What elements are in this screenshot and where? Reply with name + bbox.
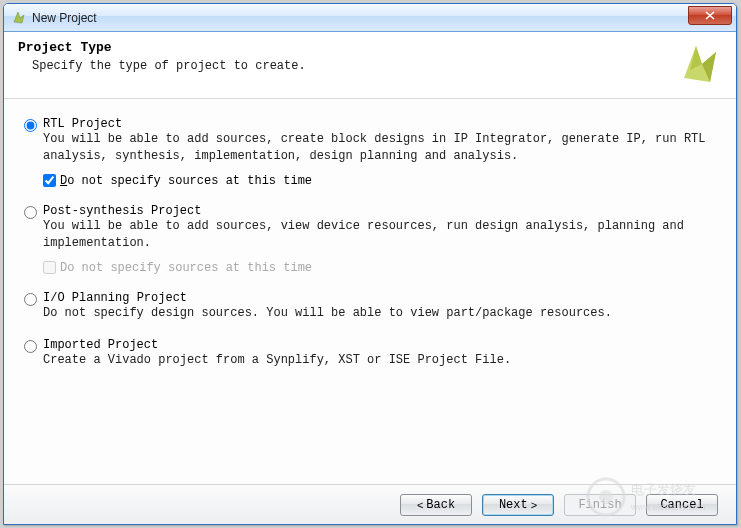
option-desc: Create a Vivado project from a Synplify,…: [43, 352, 720, 369]
checkbox-post-no-sources: [43, 261, 56, 274]
option-desc: You will be able to add sources, create …: [43, 131, 720, 166]
cancel-button[interactable]: Cancel: [646, 494, 718, 516]
option-imported-project[interactable]: Imported Project Create a Vivado project…: [24, 338, 720, 369]
chevron-left-icon: <: [417, 499, 423, 511]
option-desc: Do not specify design sources. You will …: [43, 305, 720, 322]
wizard-body: RTL Project You will be able to add sour…: [4, 99, 736, 484]
option-label: Post-synthesis Project: [43, 204, 720, 218]
option-post-synthesis-project[interactable]: Post-synthesis Project You will be able …: [24, 204, 720, 275]
checkbox-rtl-no-sources[interactable]: [43, 174, 56, 187]
close-button[interactable]: [688, 6, 732, 25]
radio-io-planning[interactable]: [24, 293, 37, 306]
app-icon: [10, 10, 26, 26]
vivado-logo-icon: [674, 40, 722, 88]
option-label: Imported Project: [43, 338, 720, 352]
option-label: I/O Planning Project: [43, 291, 720, 305]
post-no-sources-checkbox: Do not specify sources at this time: [43, 261, 720, 275]
titlebar[interactable]: New Project: [4, 4, 736, 32]
rtl-no-sources-checkbox[interactable]: Do not specify sources at this time: [43, 174, 720, 188]
chevron-right-icon: >: [531, 499, 537, 511]
option-rtl-project[interactable]: RTL Project You will be able to add sour…: [24, 117, 720, 188]
option-label: RTL Project: [43, 117, 720, 131]
page-title: Project Type: [18, 40, 664, 55]
radio-imported[interactable]: [24, 340, 37, 353]
radio-post-synthesis[interactable]: [24, 206, 37, 219]
dialog-window: New Project Project Type Specify the typ…: [3, 3, 737, 525]
radio-rtl-project[interactable]: [24, 119, 37, 132]
wizard-header: Project Type Specify the type of project…: [4, 32, 736, 99]
header-text-block: Project Type Specify the type of project…: [18, 40, 664, 73]
option-desc: You will be able to add sources, view de…: [43, 218, 720, 253]
window-title: New Project: [32, 11, 688, 25]
option-io-planning-project[interactable]: I/O Planning Project Do not specify desi…: [24, 291, 720, 322]
wizard-footer: < Back Next > Finish Cancel: [4, 484, 736, 524]
next-button[interactable]: Next >: [482, 494, 554, 516]
close-icon: [705, 11, 715, 20]
finish-button: Finish: [564, 494, 636, 516]
page-subtitle: Specify the type of project to create.: [18, 59, 664, 73]
back-button[interactable]: < Back: [400, 494, 472, 516]
